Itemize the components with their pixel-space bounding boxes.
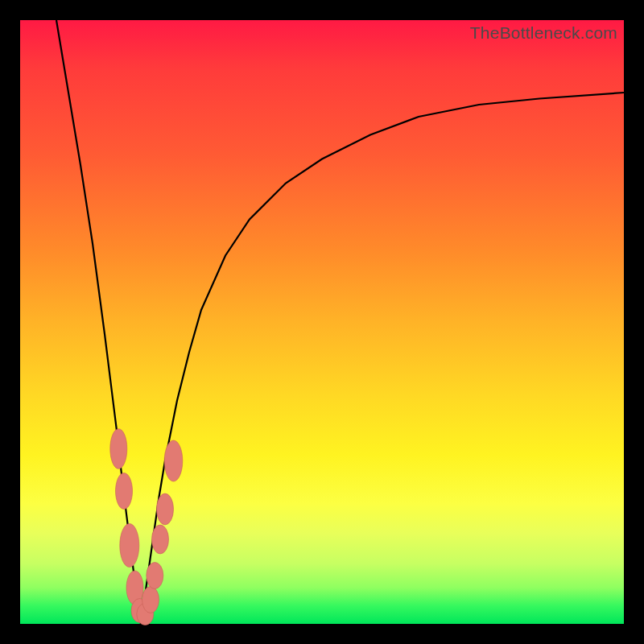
chart-curve-svg bbox=[20, 20, 624, 624]
data-marker bbox=[164, 440, 183, 481]
curve-right-branch bbox=[141, 93, 624, 624]
data-marker bbox=[120, 524, 139, 568]
data-marker bbox=[116, 473, 133, 510]
marker-group bbox=[110, 429, 183, 625]
data-marker bbox=[157, 493, 174, 525]
data-marker bbox=[110, 429, 127, 469]
chart-frame: TheBottleneck.com bbox=[0, 0, 644, 644]
data-marker bbox=[142, 587, 159, 613]
data-marker bbox=[147, 563, 163, 589]
data-marker bbox=[152, 525, 169, 554]
chart-plot-area: TheBottleneck.com bbox=[20, 20, 624, 624]
